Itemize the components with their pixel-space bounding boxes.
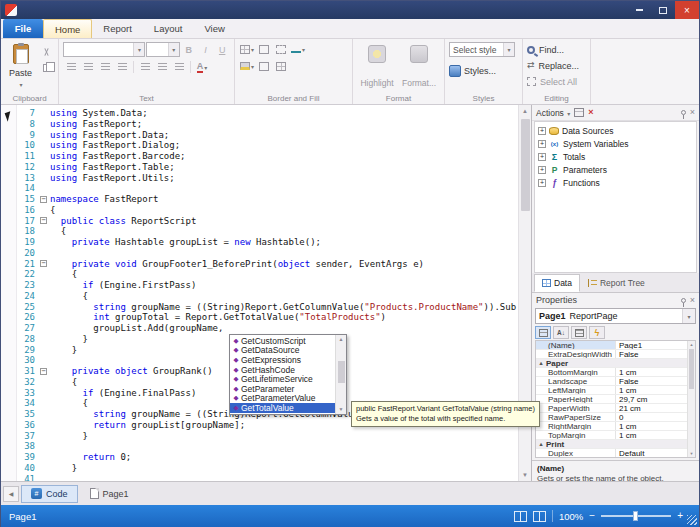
- code-line[interactable]: 10using FastReport.Dialog;: [17, 140, 518, 151]
- tab-layout[interactable]: Layout: [143, 19, 194, 38]
- align-justify-button[interactable]: [114, 60, 130, 74]
- edit-datasources-icon[interactable]: [574, 108, 584, 117]
- scroll-up-icon[interactable]: ▲: [519, 105, 531, 117]
- scroll-down-icon[interactable]: ▼: [688, 451, 695, 456]
- autocomplete-item[interactable]: ◆GetCustomScript: [230, 336, 335, 346]
- alphabetical-view-button[interactable]: A↓: [553, 326, 569, 339]
- property-row[interactable]: LeftMargin1 cm: [536, 386, 687, 395]
- tab-scroll-left-button[interactable]: ◀: [3, 486, 19, 502]
- autocomplete-item[interactable]: ◆GetParameter: [230, 384, 335, 394]
- code-line[interactable]: 26 int groupTotal = Report.GetTotalValue…: [17, 312, 518, 323]
- paste-button[interactable]: Paste ▾: [5, 42, 36, 90]
- code-line[interactable]: 38: [17, 441, 518, 452]
- expand-icon[interactable]: +: [538, 140, 546, 148]
- close-button[interactable]: ×: [675, 1, 699, 19]
- property-row[interactable]: RightMargin1 cm: [536, 422, 687, 431]
- property-row[interactable]: PaperHeight29,7 cm: [536, 395, 687, 404]
- property-row[interactable]: TopMargin1 cm: [536, 431, 687, 440]
- autocomplete-item[interactable]: ◆GetExpressions: [230, 355, 335, 365]
- code-line[interactable]: 15−namespace FastReport: [17, 194, 518, 205]
- tab-data[interactable]: Data: [534, 274, 580, 292]
- close-panel-icon[interactable]: ×: [690, 108, 695, 117]
- tab-page1[interactable]: Page1: [80, 485, 139, 503]
- code-line[interactable]: 21− private void GroupFooter1_BeforePrin…: [17, 259, 518, 270]
- autocomplete-item[interactable]: ◆GetTotalValue: [230, 403, 335, 413]
- code-line[interactable]: 22 {: [17, 269, 518, 280]
- line-style-button[interactable]: ▾: [290, 42, 306, 56]
- expand-icon[interactable]: +: [538, 127, 546, 135]
- tab-code[interactable]: # Code: [21, 485, 78, 503]
- property-row[interactable]: BottomMargin1 cm: [536, 368, 687, 377]
- fold-toggle-icon[interactable]: −: [40, 217, 47, 224]
- fold-toggle-icon[interactable]: −: [40, 368, 47, 375]
- tree-item-functions[interactable]: +ƒFunctions: [535, 176, 696, 189]
- delete-icon[interactable]: ×: [588, 108, 593, 117]
- valign-bottom-button[interactable]: [171, 60, 187, 74]
- zoom-out-button[interactable]: −: [589, 511, 595, 521]
- object-selector-combo[interactable]: Page1 ReportPage ▾: [535, 308, 696, 324]
- autocomplete-item[interactable]: ◆GetLifetimeService: [230, 374, 335, 384]
- border-outline-button[interactable]: [256, 42, 272, 56]
- bold-button[interactable]: B: [181, 43, 197, 57]
- chevron-down-icon[interactable]: ▾: [682, 309, 695, 323]
- code-line[interactable]: 17− public class ReportScript: [17, 216, 518, 227]
- autocomplete-item[interactable]: ◆GetDataSource: [230, 346, 335, 356]
- code-line[interactable]: 39 return 0;: [17, 452, 518, 463]
- property-row[interactable]: LandscapeFalse: [536, 377, 687, 386]
- replace-button[interactable]: ⇄Replace...: [527, 58, 586, 73]
- tree-item-parameters[interactable]: +PParameters: [535, 163, 696, 176]
- pin-icon[interactable]: [681, 110, 686, 115]
- popup-scrollbar[interactable]: ▲ ▼: [335, 335, 346, 414]
- fill-style-button[interactable]: [256, 59, 272, 73]
- tree-item-system-variables[interactable]: +(x)System Variables: [535, 137, 696, 150]
- align-center-button[interactable]: [80, 60, 96, 74]
- fold-toggle-icon[interactable]: −: [40, 260, 47, 267]
- fill-color-button[interactable]: ▾: [239, 59, 255, 73]
- tab-view[interactable]: View: [193, 19, 235, 38]
- actions-menu-button[interactable]: Actions ▾: [536, 108, 570, 118]
- expand-icon[interactable]: +: [538, 166, 546, 174]
- zoom-slider[interactable]: [601, 515, 671, 517]
- code-line[interactable]: 19 private Hashtable groupList = new Has…: [17, 237, 518, 248]
- valign-middle-button[interactable]: [154, 60, 170, 74]
- code-line[interactable]: 7using System.Data;: [17, 108, 518, 119]
- scroll-up-icon[interactable]: ▲: [688, 342, 695, 347]
- tab-report-tree[interactable]: Report Tree: [580, 274, 653, 292]
- format-button[interactable]: Format...: [399, 42, 439, 90]
- code-line[interactable]: 9using FastReport.Data;: [17, 130, 518, 141]
- code-line[interactable]: 16{: [17, 205, 518, 216]
- code-line[interactable]: 41: [17, 474, 518, 482]
- underline-button[interactable]: U: [214, 43, 230, 57]
- tree-item-data-sources[interactable]: +Data Sources: [535, 124, 696, 137]
- scroll-down-icon[interactable]: ▼: [519, 469, 531, 481]
- border-none-button[interactable]: [273, 42, 289, 56]
- code-line[interactable]: 37 }: [17, 431, 518, 442]
- autocomplete-item[interactable]: ◆GetParameterValue: [230, 394, 335, 404]
- code-line[interactable]: 18 {: [17, 226, 518, 237]
- scrollbar-thumb[interactable]: [338, 361, 345, 383]
- shadow-button[interactable]: [273, 59, 289, 73]
- font-size-combo[interactable]: ▾: [146, 42, 179, 57]
- fold-toggle-icon[interactable]: −: [40, 196, 47, 203]
- resize-grip[interactable]: [687, 515, 697, 525]
- align-right-button[interactable]: [97, 60, 113, 74]
- italic-button[interactable]: I: [198, 43, 214, 57]
- find-button[interactable]: Find...: [527, 42, 586, 57]
- page-layout-icon[interactable]: [514, 511, 527, 522]
- code-line[interactable]: 27 groupList.Add(groupName,: [17, 323, 518, 334]
- file-menu-button[interactable]: File: [3, 19, 43, 38]
- code-line[interactable]: 40 }: [17, 463, 518, 474]
- zoom-in-button[interactable]: +: [677, 511, 683, 521]
- code-line[interactable]: 24 {: [17, 291, 518, 302]
- select-style-combo[interactable]: Select style▾: [449, 42, 515, 57]
- select-all-button[interactable]: Select All: [527, 74, 586, 89]
- align-left-button[interactable]: [63, 60, 79, 74]
- expand-icon[interactable]: +: [538, 153, 546, 161]
- highlight-button[interactable]: Highlight: [357, 42, 397, 90]
- minimize-button[interactable]: [627, 1, 651, 19]
- scroll-down-icon[interactable]: ▼: [336, 405, 346, 414]
- maximize-button[interactable]: [651, 1, 675, 19]
- property-row[interactable]: RawPaperSize0: [536, 413, 687, 422]
- property-grid-scrollbar[interactable]: ▲ ▼: [687, 341, 695, 457]
- close-panel-icon[interactable]: ×: [690, 296, 695, 305]
